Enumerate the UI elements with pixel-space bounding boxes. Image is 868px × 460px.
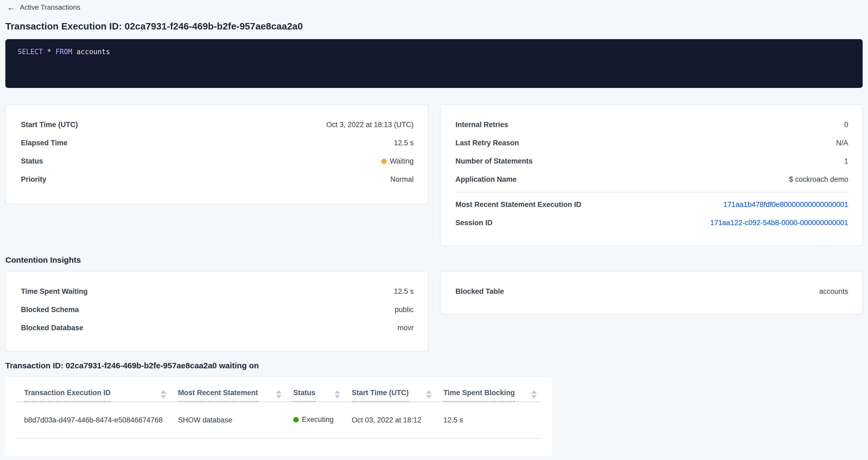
blocked-database-value: movr bbox=[398, 324, 414, 332]
summary-row-status: Status Waiting bbox=[21, 152, 414, 170]
status-column-label[interactable]: Status bbox=[293, 389, 315, 401]
row-transaction-execution-id: b8d7d03a-d497-446b-8474-e50846674768 bbox=[17, 416, 178, 424]
last-retry-reason-value: N/A bbox=[836, 139, 848, 147]
number-of-statements-value: 1 bbox=[844, 157, 848, 165]
most-recent-statement-column-label[interactable]: Most Recent Statement bbox=[178, 389, 258, 401]
back-link[interactable]: ← Active Transactions bbox=[0, 0, 80, 11]
sql-statement-box: SELECT * FROM accounts bbox=[5, 39, 863, 88]
back-arrow-icon: ← bbox=[7, 3, 15, 11]
row-time-spent-blocking: 12.5 s bbox=[443, 416, 541, 424]
blocked-database-label: Blocked Database bbox=[21, 324, 83, 332]
start-time-value: Oct 3, 2022 at 18:13 (UTC) bbox=[326, 121, 414, 129]
sort-icon[interactable] bbox=[161, 390, 166, 398]
contention-row-blocked-table: Blocked Table accounts bbox=[456, 282, 848, 301]
transaction-details-page: ← Active Transactions Transaction Execut… bbox=[0, 0, 868, 460]
details-row-application-name: Application Name $ cockroach demo bbox=[456, 170, 848, 188]
table-header-row: Transaction Execution ID Most Recent Sta… bbox=[17, 377, 541, 402]
contention-left-card: Time Spent Waiting 12.5 s Blocked Schema… bbox=[5, 271, 428, 351]
summary-row-elapsed-time: Elapsed Time 12.5 s bbox=[21, 134, 414, 152]
last-retry-reason-label: Last Retry Reason bbox=[456, 139, 519, 147]
statement-execution-id-label: Most Recent Statement Execution ID bbox=[456, 201, 582, 209]
blocked-schema-label: Blocked Schema bbox=[21, 306, 79, 314]
contention-row-time-spent-waiting: Time Spent Waiting 12.5 s bbox=[21, 282, 414, 301]
sql-keyword-select: SELECT bbox=[18, 48, 43, 56]
column-header-time-spent-blocking: Time Spent Blocking bbox=[443, 389, 541, 401]
blocked-table-value: accounts bbox=[819, 287, 848, 296]
blocked-table-label: Blocked Table bbox=[456, 287, 504, 296]
contention-insights-heading: Contention Insights bbox=[5, 255, 868, 264]
time-spent-waiting-value: 12.5 s bbox=[394, 287, 414, 296]
session-id-link[interactable]: 171aa122-c092-54b8-0000-000000000001 bbox=[710, 219, 848, 227]
column-header-status: Status bbox=[293, 389, 352, 401]
sql-keyword-from: FROM bbox=[56, 48, 72, 56]
details-row-statement-execution-id: Most Recent Statement Execution ID 171aa… bbox=[456, 195, 848, 214]
table-row: b8d7d03a-d497-446b-8474-e50846674768 SHO… bbox=[17, 402, 541, 438]
waiting-on-heading: Transaction ID: 02ca7931-f246-469b-b2fe-… bbox=[5, 361, 868, 370]
card-divider bbox=[456, 192, 848, 192]
summary-card: Start Time (UTC) Oct 3, 2022 at 18:13 (U… bbox=[5, 104, 428, 204]
row-start-time: Oct 03, 2022 at 18:12 bbox=[352, 416, 443, 424]
details-row-internal-retries: Internal Retries 0 bbox=[456, 116, 848, 134]
row-most-recent-statement: SHOW database bbox=[178, 416, 293, 424]
details-row-last-retry-reason: Last Retry Reason N/A bbox=[456, 134, 848, 152]
summary-row-priority: Priority Normal bbox=[21, 170, 414, 188]
details-card: Internal Retries 0 Last Retry Reason N/A… bbox=[440, 104, 863, 246]
row-status: Executing bbox=[293, 416, 352, 424]
blocked-schema-value: public bbox=[395, 306, 414, 314]
start-time-column-label[interactable]: Start Time (UTC) bbox=[352, 389, 409, 401]
waiting-on-table: Transaction Execution ID Most Recent Sta… bbox=[5, 377, 552, 455]
status-waiting-text: Waiting bbox=[390, 157, 414, 165]
time-spent-blocking-column-label[interactable]: Time Spent Blocking bbox=[443, 389, 515, 401]
details-row-number-of-statements: Number of Statements 1 bbox=[456, 152, 848, 170]
application-name-label: Application Name bbox=[456, 175, 517, 183]
sql-operand-star: * bbox=[43, 48, 56, 56]
priority-value: Normal bbox=[390, 175, 414, 183]
statement-execution-id-link[interactable]: 171aa1b478fdf0e80000000000000001 bbox=[723, 201, 848, 209]
sql-statement: SELECT * FROM accounts bbox=[18, 47, 852, 57]
elapsed-time-label: Elapsed Time bbox=[21, 139, 67, 147]
details-row-session-id: Session ID 171aa122-c092-54b8-0000-00000… bbox=[456, 214, 848, 232]
sort-icon[interactable] bbox=[531, 390, 537, 398]
sql-operand-table: accounts bbox=[72, 48, 110, 56]
status-label: Status bbox=[21, 157, 43, 165]
application-name-value: $ cockroach demo bbox=[789, 175, 848, 183]
elapsed-time-value: 12.5 s bbox=[394, 139, 414, 147]
internal-retries-value: 0 bbox=[844, 121, 848, 129]
priority-label: Priority bbox=[21, 175, 46, 183]
page-title: Transaction Execution ID: 02ca7931-f246-… bbox=[5, 21, 863, 32]
internal-retries-label: Internal Retries bbox=[456, 121, 508, 129]
sort-icon[interactable] bbox=[276, 390, 281, 398]
status-badge: Waiting bbox=[381, 157, 414, 165]
column-header-most-recent-statement: Most Recent Statement bbox=[178, 389, 293, 401]
start-time-label: Start Time (UTC) bbox=[21, 121, 78, 129]
column-header-start-time: Start Time (UTC) bbox=[352, 389, 443, 401]
number-of-statements-label: Number of Statements bbox=[456, 157, 533, 165]
column-header-transaction-execution-id: Transaction Execution ID bbox=[17, 389, 178, 401]
sort-icon[interactable] bbox=[426, 390, 432, 398]
contention-row-blocked-schema: Blocked Schema public bbox=[21, 301, 414, 319]
sort-icon[interactable] bbox=[335, 390, 340, 398]
session-id-label: Session ID bbox=[456, 219, 492, 227]
back-link-label: Active Transactions bbox=[20, 3, 80, 11]
status-executing-text: Executing bbox=[302, 416, 334, 424]
contention-row-blocked-database: Blocked Database movr bbox=[21, 319, 414, 337]
contention-right-card: Blocked Table accounts bbox=[440, 271, 863, 314]
time-spent-waiting-label: Time Spent Waiting bbox=[21, 287, 88, 296]
summary-row-start-time: Start Time (UTC) Oct 3, 2022 at 18:13 (U… bbox=[21, 116, 414, 134]
status-waiting-dot-icon bbox=[381, 158, 386, 164]
transaction-execution-id-column-label[interactable]: Transaction Execution ID bbox=[24, 389, 111, 401]
status-executing-dot-icon bbox=[293, 417, 299, 423]
